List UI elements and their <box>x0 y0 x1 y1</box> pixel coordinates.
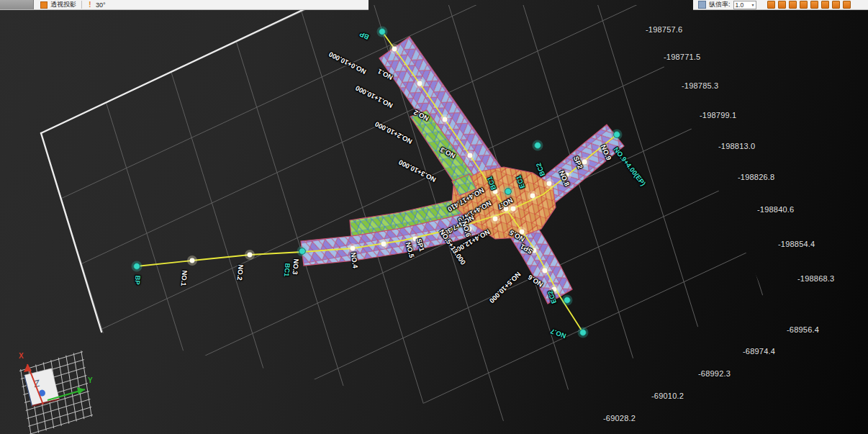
toolbar-left: 透视投影 ! 30° <box>0 0 369 10</box>
grid-axis-label: -198771.5 <box>664 53 700 61</box>
grid-axis-label: -198813.0 <box>718 142 755 150</box>
gizmo-y-label: Y <box>88 376 93 384</box>
tool-icon-8[interactable] <box>843 1 851 9</box>
station-label: BP <box>133 275 142 285</box>
toolbar-right: 纵倍率: 1.0 ▾ <box>693 0 868 10</box>
grid-edge-highlight <box>41 5 313 332</box>
grid-axis-label: -198785.3 <box>682 81 718 90</box>
vertical-scale-group: 纵倍率: 1.0 ▾ <box>693 0 761 9</box>
vertical-scale-label: 纵倍率: <box>709 0 731 9</box>
tool-icon-6[interactable] <box>821 1 829 9</box>
view-mode-button[interactable] <box>0 0 34 9</box>
tool-icon-7[interactable] <box>832 1 840 9</box>
station-label: NO.3 <box>291 258 301 275</box>
grid-axis-label: -198840.6 <box>757 205 794 214</box>
tool-icon-4[interactable] <box>800 1 808 9</box>
grid-axis-label: -198757.6 <box>646 25 682 34</box>
scene-canvas <box>0 0 868 434</box>
angle-label: 30° <box>96 1 106 9</box>
grid-axis-label: -68956.4 <box>787 325 819 334</box>
grid-axis-label: -69010.2 <box>651 392 684 400</box>
view-angle-button[interactable]: ! 30° <box>82 0 111 9</box>
vertical-scale-value: 1.0 <box>736 1 744 9</box>
tool-icon-5[interactable] <box>810 1 818 9</box>
station-label: BC1 <box>283 263 292 277</box>
grid-axis-label: -68992.3 <box>698 369 731 378</box>
axis-orientation-gizmo[interactable]: Z X Y <box>4 348 111 434</box>
grid-axis-label: -69028.2 <box>603 414 636 422</box>
tool-icon-2[interactable] <box>778 1 786 9</box>
grid-axis-label: -68974.4 <box>743 347 775 356</box>
projection-mode-button[interactable]: 透视投影 <box>35 0 81 9</box>
toolbar-icon-group <box>767 1 851 9</box>
tool-icon-1[interactable] <box>767 1 775 9</box>
grid-axis-label: -198826.8 <box>738 173 774 181</box>
chevron-down-icon: ▾ <box>752 1 754 9</box>
station-label: NO.2 <box>236 264 245 281</box>
tool-icon-3[interactable] <box>789 1 797 9</box>
3d-viewport[interactable]: -198757.6-198771.5-198785.3-198799.1-198… <box>0 0 868 434</box>
gizmo-x-label: X <box>19 352 24 360</box>
angle-icon: ! <box>87 1 93 9</box>
vertical-scale-icon <box>698 1 706 9</box>
grid-axis-label: -198799.1 <box>700 111 736 119</box>
grid-axis-label: -198854.4 <box>778 240 815 248</box>
station-label: NO.1 <box>180 270 189 286</box>
grid-axis-label: -198868.3 <box>797 274 834 283</box>
vertical-scale-select[interactable]: 1.0 ▾ <box>733 1 756 9</box>
projection-icon <box>40 1 48 9</box>
projection-label: 透视投影 <box>50 0 76 9</box>
cad-application-window: { "toolbar": { "left": { "projection_lab… <box>0 0 868 434</box>
